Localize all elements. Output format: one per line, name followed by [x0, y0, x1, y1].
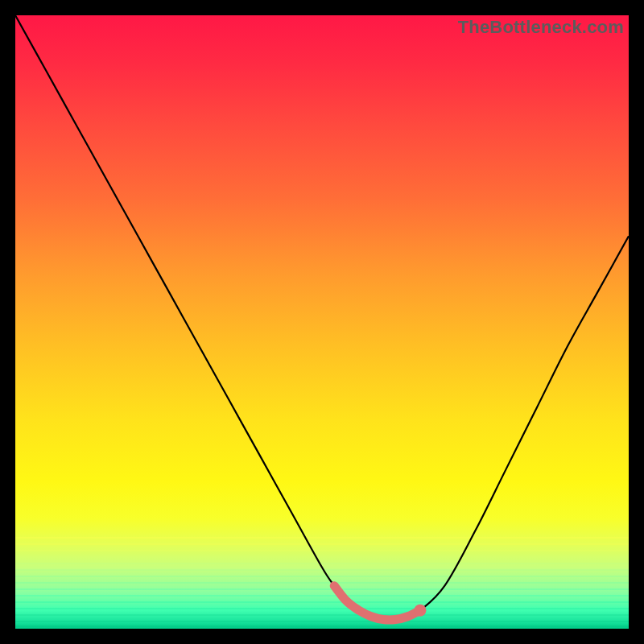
watermark-label: TheBottleneck.com: [458, 17, 624, 38]
heatmap-gradient: [15, 15, 629, 629]
chart-frame: TheBottleneck.com: [0, 0, 644, 644]
plot-area: TheBottleneck.com: [15, 15, 629, 629]
